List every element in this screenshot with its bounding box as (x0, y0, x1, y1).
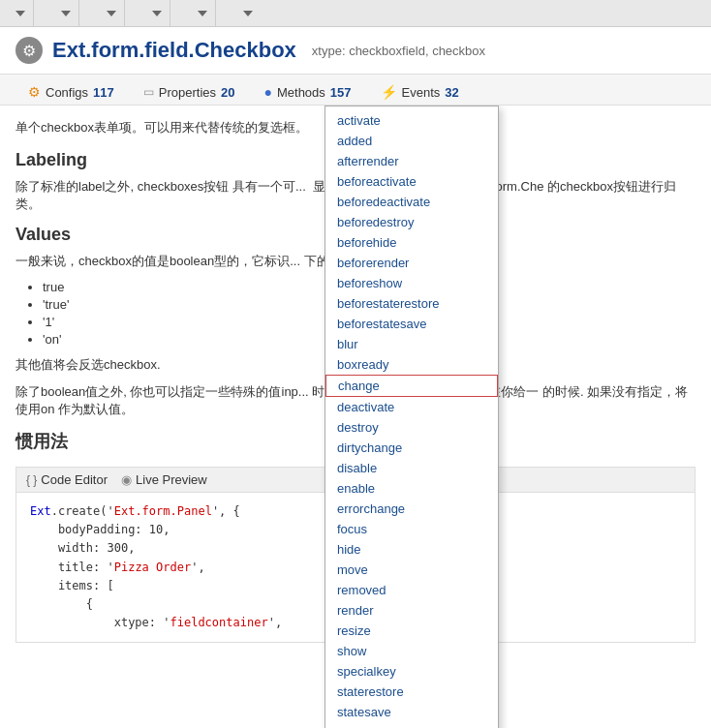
dropdown-item-validitychange[interactable]: validitychange (325, 722, 498, 728)
dropdown-item-afterrender[interactable]: afterrender (325, 151, 498, 171)
dropdown-item-dirtychange[interactable]: dirtychange (325, 438, 498, 458)
dropdown-item-statesave[interactable]: statesave (325, 702, 498, 722)
nav-item-6[interactable] (235, 0, 261, 27)
config-icon: ⚙ (28, 84, 41, 100)
nav-arrow-5 (198, 11, 207, 16)
nav-item-3[interactable] (99, 0, 125, 27)
tab-methods-count: 157 (330, 85, 352, 100)
tab-methods[interactable]: ● Methods 157 (252, 78, 364, 105)
dropdown-item-beforehide[interactable]: beforehide (325, 232, 498, 253)
dropdown-item-added[interactable]: added (325, 131, 498, 151)
dropdown-item-destroy[interactable]: destroy (325, 417, 498, 438)
nav-arrow-2 (61, 11, 71, 16)
content-wrapper: 单个checkbox表单项。可以用来代替传统的复选框。 Labeling 除了标… (0, 106, 711, 728)
nav-item-2[interactable] (53, 0, 79, 27)
dropdown-item-render[interactable]: render (325, 600, 498, 621)
nav-item-4[interactable] (144, 0, 170, 27)
eye-icon: ◉ (121, 472, 132, 487)
events-icon: ⚡ (381, 84, 397, 100)
nav-arrow-1 (15, 11, 25, 16)
dropdown-item-beforedeactivate[interactable]: beforedeactivate (325, 192, 498, 212)
tab-methods-label: Methods (277, 85, 325, 100)
tab-properties[interactable]: ▭ Properties 20 (131, 79, 248, 105)
dropdown-item-enable[interactable]: enable (325, 478, 498, 499)
tab-events-label: Events (402, 85, 441, 100)
dropdown-item-focus[interactable]: focus (325, 519, 498, 539)
page-header: ⚙ Ext.form.field.Checkbox xtype: checkbo… (0, 27, 711, 75)
live-preview-tab[interactable]: ◉ Live Preview (121, 472, 207, 487)
methods-icon: ● (264, 84, 272, 100)
tab-events-count: 32 (445, 85, 458, 100)
dropdown-item-resize[interactable]: resize (325, 621, 498, 641)
dropdown-item-hide[interactable]: hide (325, 539, 498, 560)
code-editor-tab[interactable]: { } Code Editor (26, 472, 108, 487)
nav-arrow-3 (107, 11, 116, 16)
tabs-bar: ⚙ Configs 117 ▭ Properties 20 ● Methods … (0, 75, 711, 106)
nav-item-1[interactable] (8, 0, 34, 27)
dropdown-item-deactivate[interactable]: deactivate (325, 397, 498, 417)
tab-configs[interactable]: ⚙ Configs 117 (15, 78, 127, 105)
dropdown-item-staterestore[interactable]: staterestore (325, 682, 498, 702)
dropdown-item-specialkey[interactable]: specialkey (325, 661, 498, 682)
tab-events[interactable]: ⚡ Events 32 (368, 78, 472, 105)
page-title: Ext.form.field.Checkbox (52, 38, 296, 63)
tab-properties-label: Properties (159, 85, 216, 100)
nav-item-5[interactable] (190, 0, 216, 27)
gear-icon: ⚙ (15, 37, 43, 64)
dropdown-item-beforestatesave[interactable]: beforestatesave (325, 314, 498, 334)
dropdown-item-errorchange[interactable]: errorchange (325, 499, 498, 519)
dropdown-item-move[interactable]: move (325, 560, 498, 580)
dropdown-item-beforeactivate[interactable]: beforeactivate (325, 171, 498, 192)
tab-configs-count: 117 (93, 85, 114, 100)
dropdown-item-activate[interactable]: activate (325, 110, 498, 131)
curly-icon: { } (26, 473, 37, 487)
dropdown-item-disable[interactable]: disable (325, 458, 498, 478)
dropdown-item-beforestaterestore[interactable]: beforestaterestore (325, 293, 498, 314)
properties-icon: ▭ (143, 85, 154, 99)
nav-arrow-6 (243, 11, 253, 16)
dropdown-item-beforerender[interactable]: beforerender (325, 253, 498, 273)
code-editor-label-text: Code Editor (41, 472, 108, 487)
dropdown-item-beforedestroy[interactable]: beforedestroy (325, 212, 498, 232)
top-nav (0, 0, 711, 27)
dropdown-item-change[interactable]: change (325, 375, 498, 397)
xtype-label: xtype: checkboxfield, checkbox (312, 44, 485, 58)
tab-configs-label: Configs (46, 85, 88, 100)
tab-properties-count: 20 (221, 85, 234, 100)
nav-arrow-4 (152, 11, 162, 16)
live-preview-label-text: Live Preview (136, 472, 207, 487)
events-dropdown: activate added afterrender beforeactivat… (325, 106, 499, 728)
dropdown-item-beforeshow[interactable]: beforeshow (325, 273, 498, 293)
dropdown-item-show[interactable]: show (325, 641, 498, 661)
dropdown-item-boxready[interactable]: boxready (325, 354, 498, 375)
dropdown-item-removed[interactable]: removed (325, 580, 498, 600)
dropdown-item-blur[interactable]: blur (325, 334, 498, 354)
